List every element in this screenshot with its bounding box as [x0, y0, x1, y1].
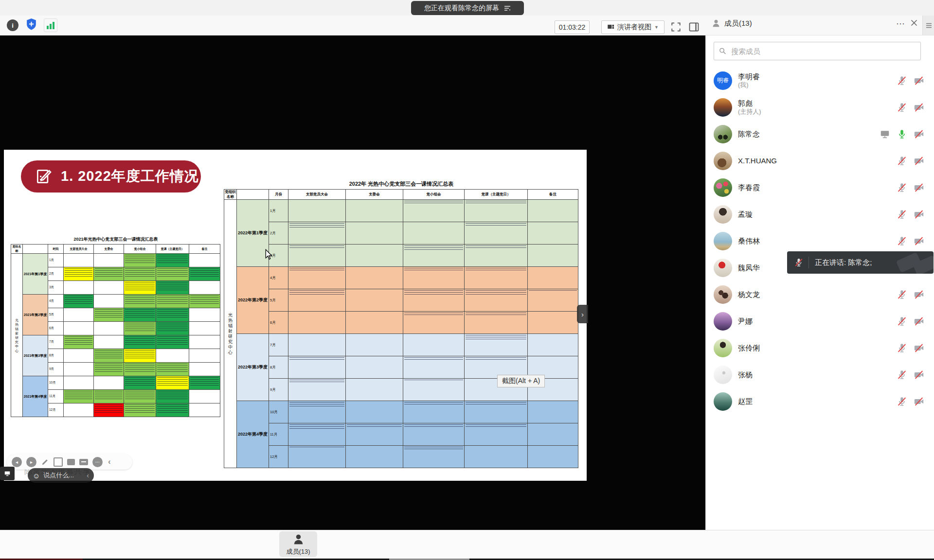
pencil-icon[interactable]: [41, 458, 49, 466]
mic-on-icon[interactable]: [897, 129, 907, 140]
speaking-toast: 正在讲话: 陈常念;: [787, 251, 934, 274]
camera-off-icon[interactable]: [914, 369, 924, 380]
mic-off-icon: [794, 258, 804, 267]
members-button[interactable]: 成员(13): [276, 533, 320, 556]
security-shield-icon[interactable]: [25, 18, 37, 31]
speaking-text: 正在讲话: 陈常念;: [815, 258, 872, 267]
member-row[interactable]: 明睿 李明睿(我): [706, 67, 934, 94]
member-row[interactable]: 李春霞: [706, 174, 934, 201]
mic-off-icon[interactable]: [897, 75, 907, 86]
member-row[interactable]: 郭彪(主持人): [706, 94, 934, 121]
meeting-info-icon[interactable]: i: [7, 19, 18, 31]
members-panel-header: 成员(13): [711, 18, 752, 28]
pill-menu-icon[interactable]: [504, 5, 511, 11]
meeting-topbar: [0, 16, 934, 35]
avatar: 明睿: [714, 71, 732, 90]
member-row[interactable]: 陈常念: [706, 121, 934, 147]
avatar: [714, 205, 732, 224]
view-layout-icon: [607, 24, 614, 31]
annotation-toolbar: ◂ ▸ ⋯ ‹: [7, 454, 132, 470]
member-row[interactable]: 张伶俐: [706, 334, 934, 361]
camera-off-icon[interactable]: [914, 102, 924, 113]
search-icon: [719, 47, 726, 55]
mic-off-icon[interactable]: [897, 396, 907, 407]
emoji-icon[interactable]: ☺: [33, 472, 40, 480]
camera-off-icon[interactable]: [914, 129, 924, 140]
camera-off-icon[interactable]: [914, 156, 924, 166]
members-person-icon: [292, 533, 305, 546]
collapse-toolbar-icon[interactable]: ‹: [108, 457, 111, 467]
mic-off-icon[interactable]: [897, 289, 907, 300]
avatar: [714, 312, 732, 331]
quick-chat-bubble[interactable]: ☺ 说点什么... ‹: [28, 468, 94, 483]
camera-off-icon[interactable]: [914, 316, 924, 327]
mic-off-icon[interactable]: [897, 316, 907, 327]
member-row[interactable]: 孟璇: [706, 201, 934, 228]
member-search-box[interactable]: [714, 42, 921, 60]
screenshot-tooltip: 截图(Alt + A): [497, 375, 545, 387]
avatar: [714, 125, 732, 143]
meeting-timer: 01:03:22: [555, 20, 590, 34]
shared-screen: 1. 2022年度工作情况 2022年 光热中心党支部三会一课情况汇总表党组织名…: [4, 150, 587, 481]
mouse-cursor: [265, 249, 273, 261]
image-icon[interactable]: [67, 459, 75, 465]
mic-off-icon[interactable]: [897, 182, 907, 193]
mic-off-icon[interactable]: [897, 209, 907, 220]
undo-icon[interactable]: ◂: [12, 457, 22, 467]
member-row[interactable]: 张杨: [706, 361, 934, 388]
camera-off-icon[interactable]: [914, 182, 924, 193]
member-row[interactable]: 桑伟林: [706, 228, 934, 254]
member-row[interactable]: 尹娜: [706, 308, 934, 334]
section-title-badge: 1. 2022年度工作情况: [21, 160, 201, 192]
avatar: [714, 392, 732, 411]
camera-off-icon[interactable]: [914, 396, 924, 407]
watching-screen-label: 您正在观看陈常念的屏幕: [424, 4, 499, 13]
panel-more-icon[interactable]: ⋯: [896, 18, 905, 29]
dropdown-caret-icon: ▼: [654, 25, 659, 30]
view-mode-dropdown[interactable]: 演讲者视图 ▼: [601, 20, 665, 34]
avatar: [714, 366, 732, 384]
member-row[interactable]: X.T.HUANG: [706, 147, 934, 174]
avatar: [714, 232, 732, 250]
more-tools-icon[interactable]: ⋯: [92, 457, 103, 467]
members-person-icon: [711, 18, 721, 28]
redo-icon[interactable]: ▸: [26, 457, 36, 467]
mic-off-icon[interactable]: [897, 343, 907, 353]
avatar: [714, 152, 732, 170]
mic-off-icon[interactable]: [897, 369, 907, 380]
camera-off-icon[interactable]: [914, 75, 924, 86]
summary-table-2021: 2021年光热中心党支部三会一课情况汇总表党组名称时间支部党员大会支委会党小组会…: [11, 236, 221, 417]
card-icon[interactable]: [79, 459, 88, 465]
fullscreen-icon[interactable]: [670, 21, 682, 33]
bottom-toolbar: [0, 530, 934, 559]
camera-off-icon[interactable]: [914, 209, 924, 220]
mic-off-icon[interactable]: [897, 156, 907, 166]
avatar: [714, 178, 732, 197]
sharing-screen-icon: [880, 129, 890, 140]
filmstrip-expand-button[interactable]: ›: [577, 305, 588, 323]
screenshot-frame-icon[interactable]: [54, 457, 63, 467]
share-indicator-icon: [0, 467, 15, 480]
section-title: 1. 2022年度工作情况: [61, 167, 199, 186]
avatar: [714, 339, 732, 357]
search-input[interactable]: [730, 47, 916, 56]
side-panel-toggle-icon[interactable]: [688, 21, 700, 33]
members-panel-title: 成员(13): [724, 19, 752, 28]
avatar: [714, 285, 732, 304]
edit-document-icon: [35, 167, 53, 186]
camera-off-icon[interactable]: [914, 236, 924, 246]
mic-off-icon[interactable]: [897, 236, 907, 246]
summary-table-2022: 2022年 光热中心党支部三会一课情况汇总表党组织名称月份支部党员大会支委会党小…: [224, 180, 579, 468]
collapse-chat-icon[interactable]: ‹: [87, 472, 89, 479]
panel-close-icon[interactable]: [911, 19, 917, 26]
watching-screen-pill[interactable]: 您正在观看陈常念的屏幕: [411, 1, 524, 15]
member-row[interactable]: 杨文龙: [706, 281, 934, 308]
avatar: [714, 98, 732, 117]
camera-off-icon[interactable]: [914, 289, 924, 300]
camera-off-icon[interactable]: [914, 343, 924, 353]
member-row[interactable]: 赵罡: [706, 388, 934, 415]
avatar: [714, 259, 732, 277]
mic-off-icon[interactable]: [897, 102, 907, 113]
network-signal-icon[interactable]: [44, 18, 57, 32]
panel-collapse-handle[interactable]: [922, 16, 934, 35]
